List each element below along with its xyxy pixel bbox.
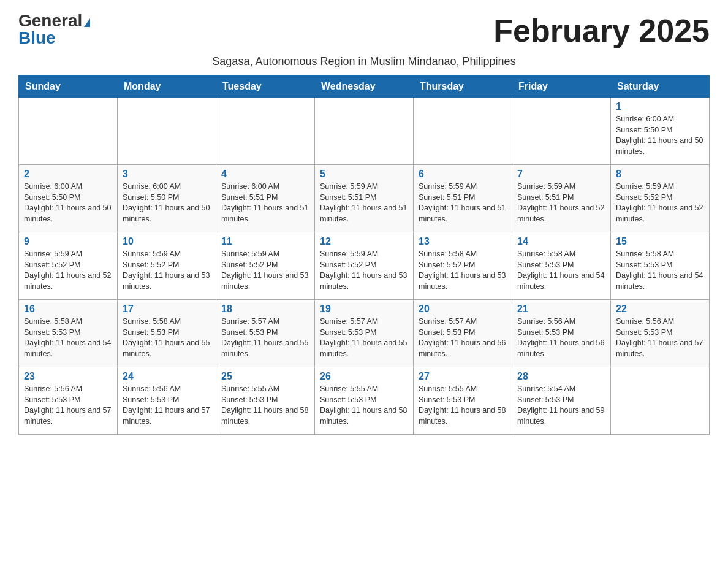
logo-general-text: General (18, 11, 82, 30)
calendar-cell: 9Sunrise: 5:59 AM Sunset: 5:52 PM Daylig… (19, 232, 118, 300)
day-number: 14 (517, 236, 605, 247)
calendar-cell: 25Sunrise: 5:55 AM Sunset: 5:53 PM Dayli… (216, 367, 315, 435)
calendar-cell: 13Sunrise: 5:58 AM Sunset: 5:52 PM Dayli… (414, 232, 512, 300)
day-info: Sunrise: 6:00 AM Sunset: 5:50 PM Dayligh… (616, 114, 704, 157)
day-info: Sunrise: 5:59 AM Sunset: 5:52 PM Dayligh… (221, 249, 309, 292)
calendar-cell (216, 98, 315, 165)
calendar-cell: 2Sunrise: 6:00 AM Sunset: 5:50 PM Daylig… (19, 165, 118, 232)
day-info: Sunrise: 5:58 AM Sunset: 5:52 PM Dayligh… (419, 249, 507, 292)
calendar-cell (414, 98, 512, 165)
calendar-cell: 26Sunrise: 5:55 AM Sunset: 5:53 PM Dayli… (315, 367, 414, 435)
subtitle: Sagasa, Autonomous Region in Muslim Mind… (18, 55, 710, 68)
day-number: 11 (221, 236, 309, 247)
calendar-cell (611, 367, 710, 435)
calendar-cell: 22Sunrise: 5:56 AM Sunset: 5:53 PM Dayli… (611, 300, 710, 367)
calendar-cell: 11Sunrise: 5:59 AM Sunset: 5:52 PM Dayli… (216, 232, 315, 300)
day-number: 1 (616, 101, 704, 112)
day-info: Sunrise: 5:57 AM Sunset: 5:53 PM Dayligh… (221, 316, 309, 359)
day-info: Sunrise: 5:56 AM Sunset: 5:53 PM Dayligh… (616, 316, 704, 359)
day-info: Sunrise: 5:56 AM Sunset: 5:53 PM Dayligh… (517, 316, 605, 359)
calendar-day-header: Wednesday (315, 76, 414, 98)
calendar-cell: 3Sunrise: 6:00 AM Sunset: 5:50 PM Daylig… (118, 165, 216, 232)
calendar-cell: 14Sunrise: 5:58 AM Sunset: 5:53 PM Dayli… (512, 232, 611, 300)
logo-triangle-icon (84, 18, 90, 27)
day-info: Sunrise: 5:59 AM Sunset: 5:52 PM Dayligh… (24, 249, 112, 292)
calendar-cell: 15Sunrise: 5:58 AM Sunset: 5:53 PM Dayli… (611, 232, 710, 300)
calendar-cell: 5Sunrise: 5:59 AM Sunset: 5:51 PM Daylig… (315, 165, 414, 232)
day-number: 7 (517, 169, 605, 180)
calendar-week-row: 16Sunrise: 5:58 AM Sunset: 5:53 PM Dayli… (19, 300, 710, 367)
day-info: Sunrise: 6:00 AM Sunset: 5:51 PM Dayligh… (221, 182, 309, 224)
calendar-cell: 4Sunrise: 6:00 AM Sunset: 5:51 PM Daylig… (216, 165, 315, 232)
calendar-cell: 6Sunrise: 5:59 AM Sunset: 5:51 PM Daylig… (414, 165, 512, 232)
day-info: Sunrise: 5:58 AM Sunset: 5:53 PM Dayligh… (517, 249, 605, 292)
calendar-cell: 20Sunrise: 5:57 AM Sunset: 5:53 PM Dayli… (414, 300, 512, 367)
day-info: Sunrise: 5:56 AM Sunset: 5:53 PM Dayligh… (123, 384, 211, 427)
day-info: Sunrise: 5:56 AM Sunset: 5:53 PM Dayligh… (24, 384, 112, 427)
calendar-cell (512, 98, 611, 165)
calendar-cell: 27Sunrise: 5:55 AM Sunset: 5:53 PM Dayli… (414, 367, 512, 435)
day-number: 25 (221, 371, 309, 382)
logo: General Blue (18, 12, 90, 47)
calendar-header-row: SundayMondayTuesdayWednesdayThursdayFrid… (19, 76, 710, 98)
day-info: Sunrise: 5:55 AM Sunset: 5:53 PM Dayligh… (320, 384, 408, 427)
day-number: 4 (221, 169, 309, 180)
day-number: 28 (517, 371, 605, 382)
calendar-week-row: 1Sunrise: 6:00 AM Sunset: 5:50 PM Daylig… (19, 98, 710, 165)
day-number: 8 (616, 169, 704, 180)
day-number: 24 (123, 371, 211, 382)
calendar-cell: 18Sunrise: 5:57 AM Sunset: 5:53 PM Dayli… (216, 300, 315, 367)
calendar-cell: 21Sunrise: 5:56 AM Sunset: 5:53 PM Dayli… (512, 300, 611, 367)
calendar-cell: 24Sunrise: 5:56 AM Sunset: 5:53 PM Dayli… (118, 367, 216, 435)
calendar-day-header: Thursday (414, 76, 512, 98)
day-info: Sunrise: 5:58 AM Sunset: 5:53 PM Dayligh… (616, 249, 704, 292)
day-number: 3 (123, 169, 211, 180)
calendar-day-header: Tuesday (216, 76, 315, 98)
calendar-cell: 28Sunrise: 5:54 AM Sunset: 5:53 PM Dayli… (512, 367, 611, 435)
day-number: 12 (320, 236, 408, 247)
logo-blue-text: Blue (18, 29, 56, 47)
calendar-cell: 12Sunrise: 5:59 AM Sunset: 5:52 PM Dayli… (315, 232, 414, 300)
day-info: Sunrise: 5:59 AM Sunset: 5:51 PM Dayligh… (320, 182, 408, 224)
day-number: 6 (419, 169, 507, 180)
calendar-cell: 16Sunrise: 5:58 AM Sunset: 5:53 PM Dayli… (19, 300, 118, 367)
day-number: 26 (320, 371, 408, 382)
day-info: Sunrise: 5:58 AM Sunset: 5:53 PM Dayligh… (123, 316, 211, 359)
day-info: Sunrise: 5:59 AM Sunset: 5:52 PM Dayligh… (123, 249, 211, 292)
month-title: February 2025 (493, 12, 710, 49)
calendar-cell: 10Sunrise: 5:59 AM Sunset: 5:52 PM Dayli… (118, 232, 216, 300)
day-info: Sunrise: 5:59 AM Sunset: 5:51 PM Dayligh… (419, 182, 507, 224)
day-number: 22 (616, 304, 704, 315)
calendar-cell (19, 98, 118, 165)
day-number: 23 (24, 371, 112, 382)
day-number: 20 (419, 304, 507, 315)
day-number: 16 (24, 304, 112, 315)
calendar-cell (315, 98, 414, 165)
calendar-cell: 17Sunrise: 5:58 AM Sunset: 5:53 PM Dayli… (118, 300, 216, 367)
day-info: Sunrise: 5:59 AM Sunset: 5:52 PM Dayligh… (320, 249, 408, 292)
calendar-cell: 23Sunrise: 5:56 AM Sunset: 5:53 PM Dayli… (19, 367, 118, 435)
calendar-week-row: 9Sunrise: 5:59 AM Sunset: 5:52 PM Daylig… (19, 232, 710, 300)
day-number: 27 (419, 371, 507, 382)
day-number: 2 (24, 169, 112, 180)
calendar-table: SundayMondayTuesdayWednesdayThursdayFrid… (18, 75, 710, 435)
day-info: Sunrise: 5:57 AM Sunset: 5:53 PM Dayligh… (320, 316, 408, 359)
calendar-cell: 8Sunrise: 5:59 AM Sunset: 5:52 PM Daylig… (611, 165, 710, 232)
calendar-day-header: Monday (118, 76, 216, 98)
day-info: Sunrise: 5:59 AM Sunset: 5:52 PM Dayligh… (616, 182, 704, 224)
day-info: Sunrise: 5:54 AM Sunset: 5:53 PM Dayligh… (517, 384, 605, 427)
calendar-cell: 19Sunrise: 5:57 AM Sunset: 5:53 PM Dayli… (315, 300, 414, 367)
day-number: 18 (221, 304, 309, 315)
day-number: 13 (419, 236, 507, 247)
calendar-cell: 7Sunrise: 5:59 AM Sunset: 5:51 PM Daylig… (512, 165, 611, 232)
calendar-day-header: Friday (512, 76, 611, 98)
day-info: Sunrise: 5:55 AM Sunset: 5:53 PM Dayligh… (419, 384, 507, 427)
calendar-day-header: Sunday (19, 76, 118, 98)
calendar-cell (118, 98, 216, 165)
day-number: 5 (320, 169, 408, 180)
logo-top: General (18, 12, 90, 29)
day-number: 21 (517, 304, 605, 315)
page-header: General Blue February 2025 (18, 12, 710, 49)
day-info: Sunrise: 5:59 AM Sunset: 5:51 PM Dayligh… (517, 182, 605, 224)
calendar-week-row: 2Sunrise: 6:00 AM Sunset: 5:50 PM Daylig… (19, 165, 710, 232)
